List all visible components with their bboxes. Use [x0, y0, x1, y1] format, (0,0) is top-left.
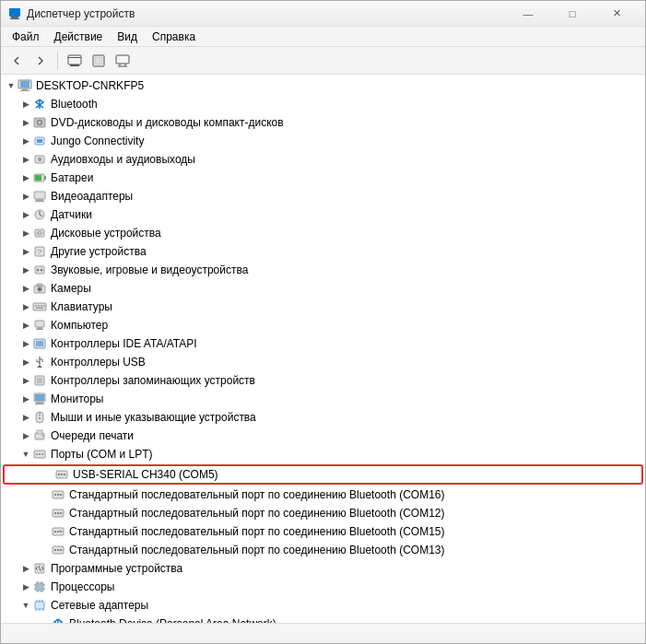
expand-icon-ide[interactable]: ▶	[19, 337, 32, 350]
menu-help[interactable]: Справка	[145, 29, 203, 45]
tree-item-print-queue[interactable]: ▶ Очереди печати	[1, 427, 645, 445]
tree-item-sensors[interactable]: ▶ Датчики	[1, 205, 645, 224]
svg-rect-56	[36, 341, 43, 346]
tree-item-usb-serial[interactable]: USB-SERIAL CH340 (COM5)	[3, 464, 643, 485]
expand-icon-sensors[interactable]: ▶	[19, 208, 32, 221]
tree-item-net-adapters[interactable]: ▼ Сетевые адаптеры	[1, 596, 645, 615]
maximize-button[interactable]: □	[551, 5, 593, 23]
keyboard-icon	[32, 299, 47, 314]
svg-point-36	[39, 232, 41, 234]
tree-item-bt-pan[interactable]: Bluetooth Device (Personal Area Network)	[1, 615, 645, 623]
expand-icon-storage-ctrl[interactable]: ▶	[19, 374, 32, 387]
tree-item-other[interactable]: ▶ ? Другие устройства	[1, 242, 645, 261]
tree-item-audio[interactable]: ▶ Аудиовходы и аудиовыходы	[1, 150, 645, 169]
svg-point-100	[60, 549, 62, 551]
svg-rect-0	[9, 8, 20, 17]
expand-icon-computer[interactable]: ▶	[19, 319, 32, 332]
expand-icon-mouse[interactable]: ▶	[19, 411, 32, 424]
tree-item-keyboard[interactable]: ▶ Клавиатуры	[1, 298, 645, 316]
tree-item-bluetooth[interactable]: ▶ Bluetooth	[1, 95, 645, 113]
svg-rect-51	[36, 308, 43, 310]
title-bar: Диспетчер устройств — □ ✕	[1, 1, 645, 27]
minimize-button[interactable]: —	[507, 5, 549, 23]
battery-label: Батареи	[51, 171, 93, 184]
jungo-icon	[32, 134, 47, 148]
tree-item-desktop[interactable]: ▼ DESKTOP-CNRKFP5	[1, 76, 645, 95]
expand-icon-prog-dev[interactable]: ▶	[19, 562, 32, 575]
expand-icon-sound[interactable]: ▶	[19, 263, 32, 276]
expand-icon-proc[interactable]: ▶	[19, 580, 32, 593]
audio-icon	[32, 152, 47, 167]
desktop-label: DESKTOP-CNRKFP5	[36, 79, 144, 92]
prog-dev-label: Программные устройства	[51, 562, 182, 575]
computer-icon	[18, 78, 32, 93]
tree-item-battery[interactable]: ▶ Батареи	[1, 169, 645, 187]
properties-button[interactable]	[65, 51, 85, 71]
tree-item-bt-com16[interactable]: Стандартный последовательный порт по сое…	[1, 486, 645, 504]
expand-icon-audio[interactable]: ▶	[19, 153, 32, 166]
tree-item-prog-dev[interactable]: ▶ Программные устройства	[1, 559, 645, 578]
svg-point-78	[36, 453, 38, 455]
svg-point-24	[39, 158, 41, 160]
tree-item-video[interactable]: ▶ Видеоадаптеры	[1, 187, 645, 205]
mouse-label: Мыши и иные указывающие устройства	[51, 411, 256, 424]
bt-com16-label: Стандартный последовательный порт по сое…	[69, 488, 444, 501]
tree-item-bt-com15[interactable]: Стандартный последовательный порт по сое…	[1, 522, 645, 541]
device-manager-window: Диспетчер устройств — □ ✕ Файл Действие …	[0, 0, 646, 644]
app-icon	[8, 7, 21, 20]
usb-ctrl-label: Контроллеры USB	[51, 356, 146, 369]
svg-rect-7	[95, 57, 102, 64]
tree-item-mouse[interactable]: ▶ Мыши и иные указывающие устройства	[1, 408, 645, 427]
tree-item-usb-ctrl[interactable]: ▶ Контроллеры USB	[1, 353, 645, 371]
tree-item-jungo[interactable]: ▶ Jungo Connectivity	[1, 132, 645, 150]
svg-rect-2	[10, 18, 19, 19]
expand-icon-bt-com16	[38, 488, 51, 501]
update-button[interactable]	[88, 51, 109, 71]
expand-icon-desktop[interactable]: ▼	[5, 79, 18, 92]
tree-item-computer[interactable]: ▶ Компьютер	[1, 316, 645, 334]
svg-rect-66	[36, 402, 43, 404]
forward-button[interactable]	[30, 51, 51, 71]
expand-icon-dvd[interactable]: ▶	[19, 116, 32, 129]
expand-icon-jungo[interactable]: ▶	[19, 135, 32, 147]
tree-item-bt-com13[interactable]: Стандартный последовательный порт по сое…	[1, 541, 645, 559]
tree-item-dvd[interactable]: ▶ DVD-дисководы и дисководы компакт-диск…	[1, 113, 645, 132]
expand-icon-battery[interactable]: ▶	[19, 171, 32, 184]
svg-point-80	[41, 453, 43, 455]
svg-rect-104	[37, 584, 42, 590]
tree-item-proc[interactable]: ▶ Процессоры	[1, 578, 645, 596]
tree-item-camera[interactable]: ▶ Камеры	[1, 279, 645, 298]
expand-icon-video[interactable]: ▶	[19, 190, 32, 203]
expand-icon-camera[interactable]: ▶	[19, 282, 32, 295]
expand-icon-monitor[interactable]: ▶	[19, 392, 32, 405]
tree-item-ports[interactable]: ▼ Порты (COM и LPT)	[1, 445, 645, 463]
menu-action[interactable]: Действие	[47, 29, 111, 45]
svg-point-98	[54, 549, 56, 551]
expand-icon-disks[interactable]: ▶	[19, 227, 32, 240]
menu-file[interactable]: Файл	[5, 29, 47, 45]
svg-point-79	[39, 453, 41, 455]
bt-pan-icon	[51, 616, 65, 623]
expand-icon-usb-ctrl[interactable]: ▶	[19, 356, 32, 369]
expand-icon-bluetooth[interactable]: ▶	[19, 98, 32, 111]
expand-icon-other[interactable]: ▶	[19, 245, 32, 258]
tree-item-sound[interactable]: ▶ Звуковые, игровые и видеоустройства	[1, 261, 645, 279]
bt-com16-icon	[51, 487, 65, 502]
tree-item-ide[interactable]: ▶ Контроллеры IDE ATA/ATAPI	[1, 334, 645, 353]
expand-icon-net-adapters[interactable]: ▼	[19, 599, 32, 612]
tree-item-disks[interactable]: ▶ Дисковые устройства	[1, 224, 645, 242]
print-queue-icon	[32, 428, 47, 443]
svg-point-90	[54, 512, 56, 514]
close-button[interactable]: ✕	[595, 5, 638, 23]
tree-item-storage-ctrl[interactable]: ▶ Контроллеры запоминающих устройств	[1, 371, 645, 390]
expand-icon-ports[interactable]: ▼	[19, 448, 32, 461]
computer-icon2	[32, 318, 47, 333]
menu-view[interactable]: Вид	[110, 29, 145, 45]
sound-icon	[32, 263, 47, 277]
tree-item-bt-com12[interactable]: Стандартный последовательный порт по сое…	[1, 504, 645, 522]
expand-icon-print-queue[interactable]: ▶	[19, 429, 32, 442]
back-button[interactable]	[6, 51, 27, 71]
expand-icon-keyboard[interactable]: ▶	[19, 300, 32, 313]
monitor-button[interactable]	[112, 51, 133, 71]
tree-item-monitor[interactable]: ▶ Мониторы	[1, 390, 645, 408]
